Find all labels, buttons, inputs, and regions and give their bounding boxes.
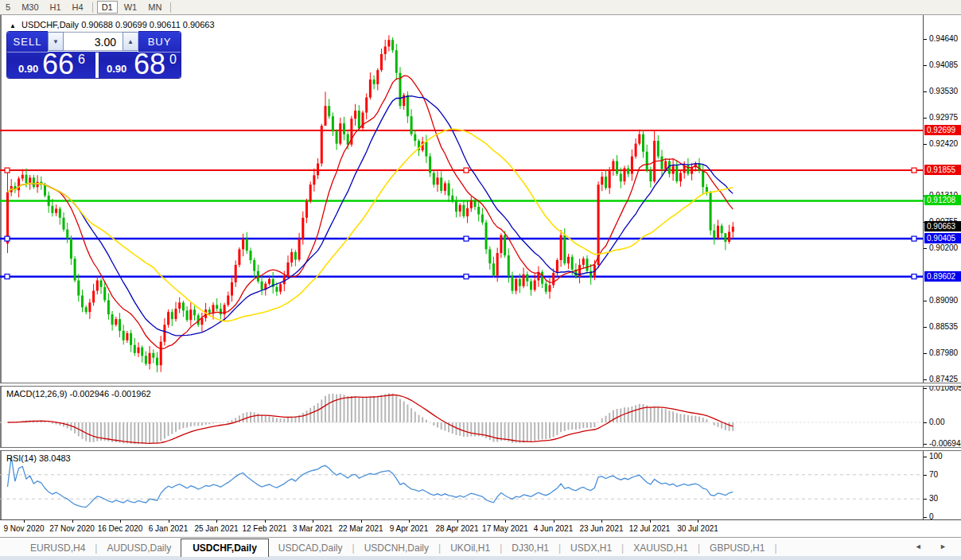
tabs-scroll-right-icon[interactable]: ► xyxy=(940,542,955,550)
timeframe-button-h4[interactable]: H4 xyxy=(68,1,88,14)
candle xyxy=(657,135,659,159)
rsi-indicator-canvas[interactable] xyxy=(0,451,923,519)
chart-tab-audusd[interactable]: AUDUSD,Daily xyxy=(97,539,181,556)
timeframe-button-d1[interactable]: D1 xyxy=(97,1,118,14)
price-line-label: 0.91208 xyxy=(924,195,961,205)
candle xyxy=(290,249,293,267)
time-tick-label: 9 Nov 2020 xyxy=(3,524,44,533)
time-tick-mark xyxy=(313,520,313,523)
rsi-tick-mark xyxy=(924,457,927,457)
candle xyxy=(668,158,671,177)
candle xyxy=(672,159,675,181)
line-anchor-handle[interactable] xyxy=(5,274,10,279)
rsi-tick-label: 100 xyxy=(929,452,943,461)
candle xyxy=(627,165,629,177)
timeframe-button-h1[interactable]: H1 xyxy=(45,1,66,14)
line-anchor-handle[interactable] xyxy=(464,168,469,173)
time-tick-label: 6 Jan 2021 xyxy=(149,524,189,533)
toolbar-separator xyxy=(170,2,171,13)
timeframe-button-5[interactable]: 5 xyxy=(1,1,15,14)
candle xyxy=(365,93,368,119)
line-anchor-handle[interactable] xyxy=(912,236,916,241)
candle xyxy=(77,274,80,301)
candle xyxy=(100,278,103,294)
candle xyxy=(29,175,31,190)
price-tick-mark xyxy=(924,248,927,249)
chart-tab-eurusd[interactable]: EURUSD,H4 xyxy=(21,539,95,556)
rsi-panel-divider[interactable] xyxy=(0,447,961,451)
candle xyxy=(702,164,704,194)
line-anchor-handle[interactable] xyxy=(464,236,469,241)
candle xyxy=(134,338,136,356)
candle xyxy=(728,225,730,244)
macd-panel-divider[interactable] xyxy=(0,383,961,387)
trading-terminal-window: 5M30H1H4D1W1MN ▲ USDCHF,Daily 0.90688 0.… xyxy=(0,0,961,560)
line-anchor-handle[interactable] xyxy=(5,236,10,241)
candle xyxy=(403,93,405,110)
chart-tab-usdcnh[interactable]: USDCNH,Daily xyxy=(355,539,438,556)
price-tick-label: 0.93530 xyxy=(929,87,958,95)
candle xyxy=(675,160,678,183)
rsi-line xyxy=(8,457,733,508)
candle xyxy=(556,259,558,277)
chart-title: ▲ USDCHF,Daily 0.90688 0.90699 0.90611 0… xyxy=(10,20,215,29)
chart-tab-gbpusd[interactable]: GBPUSD,H1 xyxy=(700,539,774,556)
candle xyxy=(182,301,185,317)
candle xyxy=(717,220,719,239)
chart-tab-dj30[interactable]: DJ30,H1 xyxy=(502,539,558,556)
chart-tab-xauusd[interactable]: XAUUSD,H1 xyxy=(624,539,698,556)
candle xyxy=(567,254,570,269)
timeframe-toolbar: 5M30H1H4D1W1MN xyxy=(0,0,961,15)
chart-tab-ukoil[interactable]: UKOil,H1 xyxy=(441,539,500,556)
ma-mid-line xyxy=(8,96,733,336)
candle xyxy=(14,182,16,193)
rsi-tick-label: 70 xyxy=(929,470,938,479)
sell-price-display[interactable]: 0.90 66 6 xyxy=(7,52,92,78)
candle xyxy=(305,199,308,224)
candle xyxy=(178,298,181,313)
candle xyxy=(92,284,95,306)
candle xyxy=(317,158,319,179)
chart-tab-usdcad[interactable]: USDCAD,Daily xyxy=(269,539,352,556)
buy-price-display[interactable]: 0.90 68 0 xyxy=(95,52,184,78)
chart-tab-usdchf[interactable]: USDCHF,Daily xyxy=(181,539,269,557)
tabs-scroll-left-icon[interactable]: ◄ xyxy=(915,542,930,550)
time-tick-mark xyxy=(601,520,602,523)
candle xyxy=(549,278,551,299)
time-tick-mark xyxy=(698,520,698,523)
line-anchor-handle[interactable] xyxy=(912,168,916,173)
chart-tabs: EURUSD,H4|AUDUSD,DailyUSDCHF,DailyUSDCAD… xyxy=(21,538,777,556)
candle xyxy=(586,255,589,274)
candle xyxy=(560,230,562,266)
line-anchor-handle[interactable] xyxy=(5,168,10,173)
rsi-tick-mark xyxy=(924,475,927,476)
candle xyxy=(638,130,640,146)
timeframe-button-mn[interactable]: MN xyxy=(143,1,166,14)
collapse-triangle-icon[interactable]: ▲ xyxy=(10,22,16,29)
price-tick-mark xyxy=(924,379,927,380)
chart-tab-bar: EURUSD,H4|AUDUSD,DailyUSDCHF,DailyUSDCAD… xyxy=(0,537,961,556)
time-scale[interactable]: 9 Nov 202027 Nov 202016 Dec 20206 Jan 20… xyxy=(0,519,961,538)
timeframe-button-m30[interactable]: M30 xyxy=(17,1,43,14)
price-scale[interactable]: 0.946400.940850.935300.929750.924200.913… xyxy=(923,15,961,519)
candle xyxy=(455,196,457,218)
candle xyxy=(485,220,488,254)
candle xyxy=(508,248,510,282)
candle xyxy=(279,282,282,294)
candle xyxy=(156,352,158,372)
time-tick-mark xyxy=(361,520,362,523)
candle xyxy=(512,271,514,294)
chart-ohlc-values: 0.90688 0.90699 0.90611 0.90663 xyxy=(81,20,214,29)
candle xyxy=(732,222,734,239)
candle xyxy=(189,302,192,325)
line-anchor-handle[interactable] xyxy=(912,274,916,279)
price-tick-label: 0.89090 xyxy=(929,296,958,305)
price-line-label: 0.89602 xyxy=(924,271,961,282)
candle xyxy=(138,342,140,356)
candle xyxy=(481,208,484,224)
candle xyxy=(582,256,585,268)
timeframe-button-w1[interactable]: W1 xyxy=(119,1,142,14)
line-anchor-handle[interactable] xyxy=(464,274,469,279)
chart-tab-usdx[interactable]: USDX,H1 xyxy=(561,539,621,556)
time-tick-mark xyxy=(409,520,410,523)
